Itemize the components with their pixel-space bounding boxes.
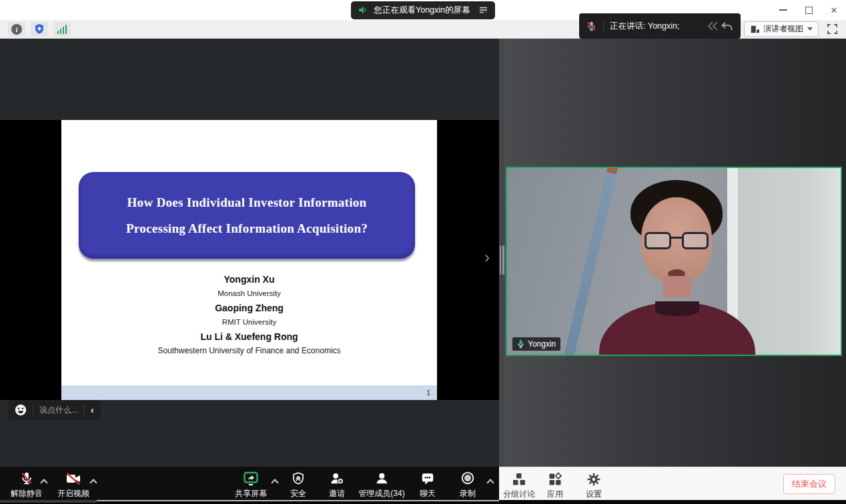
author-name: Lu Li & Xuefeng Rong bbox=[61, 329, 437, 344]
participant-name: Yongxin bbox=[528, 339, 556, 349]
breakout-rooms-button[interactable]: 分组讨论 bbox=[503, 467, 535, 501]
expand-panel-chevron[interactable]: › bbox=[484, 249, 490, 265]
slide-title-box: How Does Individual Investor Information… bbox=[79, 172, 415, 259]
unmute-label: 解除静音 bbox=[11, 488, 43, 499]
collapse-chat-chevron[interactable]: ‹ bbox=[91, 405, 94, 415]
manage-participants-button[interactable]: 管理成员(34) bbox=[358, 467, 404, 500]
share-screen-button[interactable]: 共享屏幕 bbox=[235, 467, 267, 500]
slide-title-line2: Processing Affect Information Acquisitio… bbox=[126, 215, 368, 241]
breakout-rooms-label: 分组讨论 bbox=[503, 489, 535, 500]
zoom-meeting-window: 您正在观看Yongxin的屏幕 ✕ i 演讲者视图 bbox=[0, 0, 846, 504]
security-shield-icon bbox=[292, 471, 305, 486]
chat-button[interactable]: 聊天 bbox=[420, 467, 436, 500]
close-button[interactable]: ✕ bbox=[829, 5, 839, 15]
author-affiliation: Southwestern University of Finance and E… bbox=[61, 344, 437, 358]
video-panel: Yongxin bbox=[504, 39, 846, 467]
divider bbox=[84, 405, 85, 415]
watching-screen-badge[interactable]: 您正在观看Yongxin的屏幕 bbox=[351, 1, 494, 19]
active-speaker-badge: 正在讲话: Yongxin; bbox=[579, 13, 741, 39]
end-meeting-button[interactable]: 结束会议 bbox=[783, 474, 835, 494]
watching-screen-label: 您正在观看Yongxin的屏幕 bbox=[374, 5, 470, 16]
start-video-label: 开启视频 bbox=[57, 488, 89, 499]
invite-button[interactable]: 邀请 bbox=[329, 467, 345, 500]
security-label: 安全 bbox=[290, 488, 306, 499]
background-door bbox=[738, 168, 841, 355]
video-feed bbox=[507, 168, 841, 355]
toolbar-light-section: 分组讨论 应用 设置 结束会议 bbox=[499, 467, 846, 500]
author-affiliation: RMIT University bbox=[61, 315, 437, 329]
apps-icon bbox=[548, 472, 562, 487]
toolbar-dark-section: 解除静音 开启视频 共享屏幕 安全 邀请 bbox=[0, 467, 499, 500]
divider bbox=[33, 405, 33, 415]
participant-video-tile[interactable]: Yongxin bbox=[506, 167, 842, 356]
participant-name-tag: Yongxin bbox=[512, 337, 560, 351]
speaker-view-icon bbox=[750, 25, 759, 34]
settings-button[interactable]: 设置 bbox=[586, 467, 602, 501]
undo-arrow-icon[interactable] bbox=[721, 20, 734, 32]
taskbar-edge bbox=[0, 500, 846, 504]
apps-label: 应用 bbox=[547, 489, 563, 500]
participant-glasses bbox=[645, 232, 709, 251]
settings-label: 设置 bbox=[586, 489, 602, 500]
gear-icon bbox=[586, 472, 601, 487]
camera-muted-icon bbox=[65, 471, 81, 486]
panel-resize-divider[interactable] bbox=[499, 39, 504, 467]
encryption-shield-icon[interactable] bbox=[31, 22, 48, 37]
view-mode-button[interactable]: 演讲者视图 bbox=[744, 21, 819, 37]
badge-menu-icon[interactable] bbox=[478, 5, 488, 15]
minimize-button[interactable] bbox=[778, 5, 789, 15]
audio-options-chevron[interactable] bbox=[41, 480, 47, 486]
mic-active-icon bbox=[517, 339, 524, 349]
speaker-audio-icon bbox=[358, 5, 368, 15]
maximize-button[interactable] bbox=[803, 5, 814, 15]
chat-label: 聊天 bbox=[420, 488, 436, 499]
speaker-badge-arrows bbox=[706, 20, 734, 32]
author-name: Yongxin Xu bbox=[61, 272, 437, 287]
breakout-rooms-icon bbox=[512, 472, 526, 487]
chat-bubble-icon bbox=[420, 471, 435, 486]
presentation-slide: How Does Individual Investor Information… bbox=[61, 120, 437, 400]
taskbar-highlight-line bbox=[97, 500, 499, 501]
record-label: 录制 bbox=[460, 488, 476, 499]
slide-authors: Yongxin Xu Monash University Gaoping Zhe… bbox=[61, 272, 437, 358]
apps-button[interactable]: 应用 bbox=[547, 467, 563, 501]
slide-page-number: 1 bbox=[426, 389, 430, 397]
fullscreen-icon[interactable] bbox=[827, 23, 838, 35]
chevron-down-icon bbox=[807, 27, 813, 31]
share-screen-label: 共享屏幕 bbox=[235, 488, 267, 499]
resize-handle[interactable] bbox=[499, 245, 504, 275]
record-options-chevron[interactable] bbox=[488, 480, 494, 486]
view-mode-label: 演讲者视图 bbox=[763, 23, 803, 35]
participants-icon bbox=[374, 471, 389, 486]
participant-collar bbox=[655, 301, 699, 316]
author-name: Gaoping Zheng bbox=[61, 301, 437, 315]
divider bbox=[603, 19, 604, 33]
invite-person-icon bbox=[329, 471, 345, 486]
shared-screen-panel: How Does Individual Investor Information… bbox=[0, 39, 499, 467]
share-options-chevron[interactable] bbox=[272, 480, 278, 486]
meeting-info-icon[interactable]: i bbox=[8, 22, 25, 37]
unmute-button[interactable]: 解除静音 bbox=[11, 467, 43, 500]
author-affiliation: Monash University bbox=[61, 287, 437, 301]
chat-input-placeholder[interactable]: 说点什么... bbox=[39, 405, 78, 416]
meeting-toolbar: 解除静音 开启视频 共享屏幕 安全 邀请 bbox=[0, 467, 846, 500]
rewind-arrow-icon[interactable] bbox=[706, 20, 719, 32]
window-controls: ✕ bbox=[778, 0, 839, 20]
emoji-icon[interactable] bbox=[15, 404, 27, 416]
record-icon bbox=[460, 471, 475, 486]
slide-footer: 1 bbox=[61, 385, 437, 400]
invite-label: 邀请 bbox=[329, 488, 345, 499]
participant-neck bbox=[663, 276, 691, 297]
mic-muted-icon bbox=[19, 471, 34, 486]
main-content: How Does Individual Investor Information… bbox=[0, 39, 846, 467]
quick-chat-bubble[interactable]: 说点什么... ‹ bbox=[8, 400, 101, 420]
taskbar-segment bbox=[0, 500, 97, 503]
connection-signal-icon[interactable] bbox=[53, 22, 71, 37]
start-video-button[interactable]: 开启视频 bbox=[57, 467, 89, 500]
record-button[interactable]: 录制 bbox=[460, 467, 476, 500]
mic-muted-icon bbox=[586, 20, 597, 32]
security-button[interactable]: 安全 bbox=[290, 467, 306, 500]
active-speaker-label: 正在讲话: Yongxin; bbox=[610, 21, 679, 32]
video-options-chevron[interactable] bbox=[91, 480, 97, 486]
share-screen-icon bbox=[243, 471, 259, 486]
